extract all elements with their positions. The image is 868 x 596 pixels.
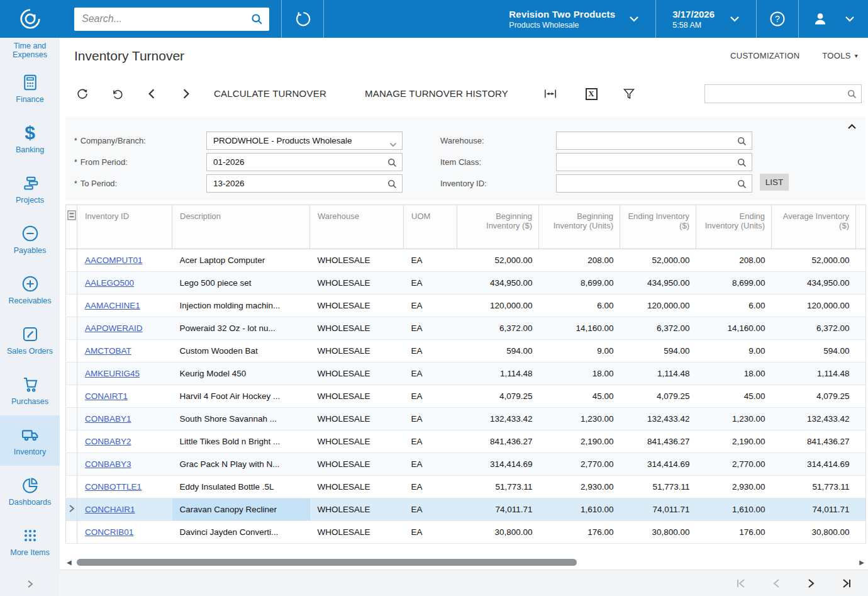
column-header-inventory-id[interactable]: Inventory ID: [77, 205, 172, 249]
sidebar-item-dashboards[interactable]: Dashboards: [0, 466, 60, 516]
first-page-button[interactable]: [736, 578, 747, 588]
fit-to-screen-button[interactable]: [541, 84, 560, 103]
table-row[interactable]: CONCHAIR1Caravan Canopy ReclinerWHOLESAL…: [66, 498, 866, 521]
inventory-id-link[interactable]: CONBABY3: [85, 459, 131, 469]
refresh-button[interactable]: [73, 84, 92, 103]
last-page-button[interactable]: [840, 578, 852, 588]
list-button[interactable]: LIST: [760, 174, 789, 191]
table-row[interactable]: AAPOWERAIDPoweraid 32 Oz - lot nu...WHOL…: [66, 317, 866, 340]
tools-menu[interactable]: TOOLS▾: [822, 51, 858, 60]
previous-page-button[interactable]: [772, 578, 781, 588]
column-header-ending-inventory-dollars[interactable]: Ending Inventory ($): [620, 205, 696, 249]
warehouse-cell: WHOLESALE: [310, 272, 404, 295]
sidebar-item-payables[interactable]: Payables: [0, 214, 60, 264]
table-row[interactable]: CONBABY1South Shore Savannah ...WHOLESAL…: [66, 408, 866, 430]
lookup-icon[interactable]: [737, 136, 747, 149]
inventory-id-link[interactable]: AMKEURIG45: [85, 369, 140, 378]
lookup-icon[interactable]: [737, 179, 747, 192]
sidebar-item-projects[interactable]: Projects: [0, 164, 60, 214]
sidebar-item-finance[interactable]: Finance: [0, 63, 60, 113]
calculate-turnover-button[interactable]: CALCULATE TURNOVER: [214, 88, 326, 99]
sidebar-item-inventory[interactable]: Inventory: [0, 415, 60, 466]
inventory-id-link[interactable]: CONCHAIR1: [85, 505, 135, 514]
inventory-id-link[interactable]: CONCRIB01: [85, 527, 133, 537]
chevron-down-icon[interactable]: [389, 138, 397, 150]
uom-cell: EA: [404, 476, 457, 498]
inventory-id-link[interactable]: CONBABY1: [85, 414, 131, 424]
column-header-ending-inventory-units[interactable]: Ending Inventory (Units): [696, 205, 772, 249]
column-header-warehouse[interactable]: Warehouse: [310, 205, 404, 249]
company-branch-selector[interactable]: Revision Two Products Products Wholesale: [509, 0, 655, 38]
filter-panel: * Company/Branch: PRODWHOLE - Products W…: [65, 117, 865, 200]
table-row[interactable]: CONAIRT1Harvil 4 Foot Air Hockey ...WHOL…: [66, 385, 866, 408]
scrollbar-thumb[interactable]: [77, 559, 577, 566]
table-row[interactable]: CONCRIB01Davinci Jayden Converti...WHOLE…: [66, 521, 866, 544]
inventory-id-link[interactable]: CONAIRT1: [85, 391, 128, 401]
inventory-id-link[interactable]: CONBOTTLE1: [85, 482, 142, 492]
inventory-id-link[interactable]: AALEGO500: [85, 278, 134, 288]
next-record-button[interactable]: [177, 84, 196, 103]
sidebar-item-more-items[interactable]: More Items: [0, 516, 60, 566]
sidebar-item-receivables[interactable]: Receivables: [0, 264, 60, 315]
to-period-input[interactable]: [207, 175, 402, 192]
global-search-input[interactable]: [74, 8, 269, 31]
inventory-id-link[interactable]: AACOMPUT01: [85, 256, 143, 265]
item-class-input[interactable]: [557, 154, 752, 171]
column-header-average-inventory-dollars[interactable]: Average Inventory ($): [772, 205, 856, 249]
lookup-icon[interactable]: [387, 179, 398, 192]
sidebar-expand-button[interactable]: [0, 580, 60, 588]
beginning-inventory-units-cell: 45.00: [539, 385, 620, 408]
sidebar-item-purchases[interactable]: Purchases: [0, 365, 60, 415]
lookup-icon[interactable]: [387, 157, 398, 171]
ending-inventory-units-cell: 1,230.00: [696, 408, 772, 430]
user-menu[interactable]: [799, 0, 868, 38]
help-button[interactable]: ?: [757, 0, 798, 38]
table-row[interactable]: AACOMPUT01Acer Laptop ComputerWHOLESALEE…: [66, 249, 866, 272]
inventory-id-cell: CONCHAIR1: [77, 498, 172, 521]
search-icon[interactable]: [250, 13, 264, 28]
table-row[interactable]: CONBOTTLE1Eddy Insulated Bottle .5LWHOLE…: [66, 476, 866, 498]
sidebar-item-time-and-expenses[interactable]: Time and Expenses: [0, 38, 60, 63]
sidebar-item-banking[interactable]: $ Banking: [0, 113, 60, 164]
column-header-beginning-inventory-dollars[interactable]: Beginning Inventory ($): [457, 205, 539, 249]
column-header-description[interactable]: Description: [172, 205, 310, 249]
grid-search-input[interactable]: [705, 85, 861, 103]
table-row[interactable]: AAMACHINE1Injection molding machin...WHO…: [66, 295, 866, 317]
inventory-id-link[interactable]: AAMACHINE1: [85, 301, 140, 310]
app-logo[interactable]: [0, 0, 60, 38]
scroll-left-arrow[interactable]: ◀: [67, 559, 72, 566]
warehouse-cell: WHOLESALE: [310, 521, 404, 544]
warehouse-input[interactable]: [557, 132, 752, 149]
inventory-id-link[interactable]: CONBABY2: [85, 437, 131, 446]
ending-inventory-dollars-cell: 52,000.00: [620, 249, 696, 272]
company-branch-select[interactable]: PRODWHOLE - Products Wholesale: [206, 132, 403, 150]
sidebar-item-sales-orders[interactable]: Sales Orders: [0, 315, 60, 365]
sidebar-item-label: Finance: [14, 95, 45, 104]
time-tracking-button[interactable]: [282, 0, 323, 38]
filter-settings-button[interactable]: [620, 84, 638, 103]
inventory-id-link[interactable]: AAPOWERAID: [85, 323, 143, 333]
export-to-excel-button[interactable]: X: [582, 84, 601, 103]
lookup-icon[interactable]: [737, 157, 747, 171]
inventory-id-link[interactable]: AMCTOBAT: [85, 346, 131, 356]
business-date-selector[interactable]: 3/17/2026 5:58 AM: [656, 0, 756, 38]
from-period-input[interactable]: [207, 154, 402, 171]
inventory-id-input[interactable]: [557, 175, 752, 192]
scroll-right-arrow[interactable]: ▶: [859, 559, 864, 566]
customization-menu[interactable]: CUSTOMIZATION: [730, 51, 799, 60]
manage-turnover-history-button[interactable]: MANAGE TURNOVER HISTORY: [365, 88, 508, 99]
table-row[interactable]: CONBABY3Grac Pack N Play with N...WHOLES…: [66, 453, 866, 476]
table-row[interactable]: AALEGO500Lego 500 piece setWHOLESALEEA43…: [66, 272, 866, 295]
table-row[interactable]: AMKEURIG45Keurig Model 450WHOLESALEEA1,1…: [66, 363, 866, 385]
collapse-panel-button[interactable]: [847, 121, 857, 132]
grid-settings-header[interactable]: [66, 205, 77, 249]
column-header-uom[interactable]: UOM: [404, 205, 457, 249]
table-row[interactable]: AMCTOBATCustom Wooden BatWHOLESALEEA594.…: [66, 340, 866, 363]
column-header-beginning-inventory-units[interactable]: Beginning Inventory (Units): [539, 205, 620, 249]
next-page-button[interactable]: [806, 578, 815, 588]
undo-button[interactable]: [108, 84, 126, 103]
previous-record-button[interactable]: [142, 84, 161, 103]
table-row[interactable]: CONBABY2Little Tikes Bold n Bright ...WH…: [66, 430, 866, 453]
search-icon[interactable]: [847, 89, 857, 102]
description-cell: Little Tikes Bold n Bright ...: [172, 430, 310, 453]
